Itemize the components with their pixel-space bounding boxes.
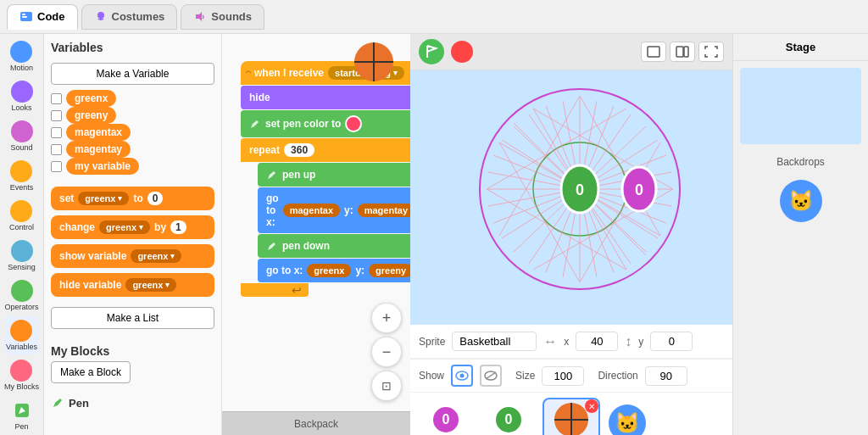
sprite-label: Sprite [419, 336, 445, 348]
stop-button[interactable] [451, 41, 473, 63]
set-block[interactable]: set greenx ▾ to 0 [51, 187, 214, 210]
sidebar-item-looks[interactable]: Looks [9, 77, 35, 115]
var-checkbox-greeny[interactable] [51, 110, 62, 121]
var-pill-greenx[interactable]: greenx [66, 90, 116, 107]
pen-icon-label[interactable]: Pen [51, 393, 214, 412]
normal-view-icon [647, 46, 660, 58]
pen-down-block[interactable]: pen down [258, 234, 410, 258]
variable-list: greenx greeny magentax magentay my varia… [51, 90, 214, 175]
tab-sounds[interactable]: Sounds [181, 4, 264, 30]
planettwo-thumb-img: 0 [487, 403, 530, 435]
goto-green-block[interactable]: go to x: greenx y: greeny [258, 259, 410, 282]
repeat-text: repeat [249, 144, 280, 156]
y-value-input[interactable] [650, 332, 693, 351]
add-backdrop-button[interactable]: 🐱 [780, 180, 822, 222]
tab-costumes[interactable]: Costumes [81, 4, 178, 30]
hide-var-label: hide variable [59, 279, 121, 291]
fullscreen-button[interactable] [698, 42, 724, 62]
x-value-input[interactable] [576, 332, 618, 351]
pen-up-text: pen up [282, 169, 315, 181]
block-categories-sidebar: Motion Looks Sound Events Control Sensin… [0, 34, 44, 435]
var-checkbox-greenx[interactable] [51, 93, 62, 104]
show-hidden-button[interactable] [480, 365, 502, 387]
goto-magenta-block[interactable]: go to x: magentax y: magentay [258, 187, 410, 233]
sidebar-item-events[interactable]: Events [8, 157, 36, 195]
var-pill-magentay[interactable]: magentay [66, 141, 131, 158]
zoom-in-button[interactable]: + [371, 303, 402, 333]
code-workspace[interactable]: when I receive startdrawing ▾ hide set p… [222, 34, 410, 435]
sprite-thumb-basketball[interactable]: ✕ Basketball [542, 398, 600, 435]
myblocks-label: My Blocks [4, 382, 39, 391]
sidebar-item-variables[interactable]: Variables [4, 316, 39, 354]
sprite-thumb-planetone[interactable]: 0 PlanetOne [417, 398, 475, 435]
change-value[interactable]: 1 [170, 220, 186, 234]
hide-variable-block[interactable]: hide variable greenx ▾ [51, 273, 214, 297]
sidebar-item-sound[interactable]: Sound [8, 117, 34, 155]
sidebar-item-operators[interactable]: Operators [3, 276, 40, 315]
stage-header [410, 34, 732, 70]
direction-value-input[interactable] [645, 366, 687, 386]
add-sprite-button[interactable]: 🐱 [609, 404, 646, 435]
change-var-pill[interactable]: greenx ▾ [99, 220, 150, 234]
sprite-name-input[interactable] [452, 332, 537, 351]
zoom-fit-icon: ⊡ [381, 380, 392, 392]
sprite-thumbnails-row: 0 PlanetOne 0 PlanetTwo ✕ Basketball [410, 392, 732, 435]
size-value-input[interactable] [542, 366, 584, 386]
normal-view-button[interactable] [641, 42, 666, 62]
pen-text: Pen [69, 397, 89, 410]
var-row-greeny: greeny [51, 107, 214, 124]
goto2-greenx-pill[interactable]: greenx [307, 264, 351, 277]
set-var-pill[interactable]: greenx ▾ [78, 192, 129, 205]
sidebar-item-pen[interactable]: Pen [9, 396, 35, 434]
make-list-button[interactable]: Make a List [51, 307, 214, 329]
var-checkbox-magentay[interactable] [51, 144, 62, 155]
zoom-out-button[interactable]: − [371, 337, 402, 367]
sprite-thumb-planettwo[interactable]: 0 PlanetTwo [480, 398, 537, 435]
green-flag-button[interactable] [419, 39, 444, 64]
pen-label: Pen [14, 422, 28, 431]
half-view-button[interactable] [670, 42, 695, 62]
backpack-bar[interactable]: Backpack [222, 411, 410, 435]
pen-color-swatch[interactable] [345, 115, 362, 132]
scratch-block-stack: when I receive startdrawing ▾ hide set p… [241, 61, 410, 297]
repeat-value[interactable]: 360 [284, 143, 314, 157]
show-variable-block[interactable]: show variable greenx ▾ [51, 244, 214, 268]
set-pen-color-block[interactable]: set pen color to [241, 110, 410, 137]
sprite-workspace-icon [354, 42, 393, 81]
fullscreen-icon [704, 46, 718, 58]
repeat-close: ↩ [241, 283, 309, 297]
sidebar-item-motion[interactable]: Motion [8, 37, 35, 75]
goto2-greeny-pill[interactable]: greeny [369, 264, 410, 277]
variables-circle [10, 320, 32, 342]
show-visible-button[interactable] [451, 365, 473, 387]
set-value[interactable]: 0 [147, 192, 164, 205]
events-label: Events [10, 183, 34, 192]
sidebar-item-sensing[interactable]: Sensing [6, 237, 37, 275]
var-pill-myvariable[interactable]: my variable [66, 158, 139, 175]
hide-text: hide [249, 92, 270, 103]
show-var-pill[interactable]: greenx ▾ [131, 249, 181, 263]
planetone-oval: 0 [431, 404, 461, 435]
variables-panel-title: Variables [51, 41, 214, 54]
operators-label: Operators [4, 303, 38, 311]
make-block-button[interactable]: Make a Block [51, 361, 131, 383]
stage-panel: Stage Backdrops 🐱 [732, 34, 868, 435]
make-variable-button[interactable]: Make a Variable [51, 63, 214, 85]
var-checkbox-magentax[interactable] [51, 127, 62, 138]
hide-var-pill[interactable]: greenx ▾ [125, 278, 176, 292]
zoom-fit-button[interactable]: ⊡ [371, 371, 402, 401]
change-block[interactable]: change greenx ▾ by 1 [51, 215, 214, 239]
hide-block[interactable]: hide [241, 86, 410, 109]
tab-code[interactable]: Code [7, 4, 78, 30]
pen-up-block[interactable]: pen up [258, 163, 410, 187]
sidebar-item-myblocks[interactable]: My Blocks [3, 356, 41, 394]
sidebar-item-control[interactable]: Control [8, 197, 36, 235]
var-checkbox-myvariable[interactable] [51, 161, 62, 172]
sound-icon [193, 10, 207, 24]
goto-magentax-pill[interactable]: magentax [283, 204, 340, 217]
repeat-block[interactable]: repeat 360 [241, 138, 410, 162]
delete-basketball-icon[interactable]: ✕ [585, 399, 598, 413]
var-pill-magentax[interactable]: magentax [66, 124, 131, 141]
goto-magentay-pill[interactable]: magentay [358, 204, 410, 217]
var-pill-greeny[interactable]: greeny [66, 107, 116, 124]
